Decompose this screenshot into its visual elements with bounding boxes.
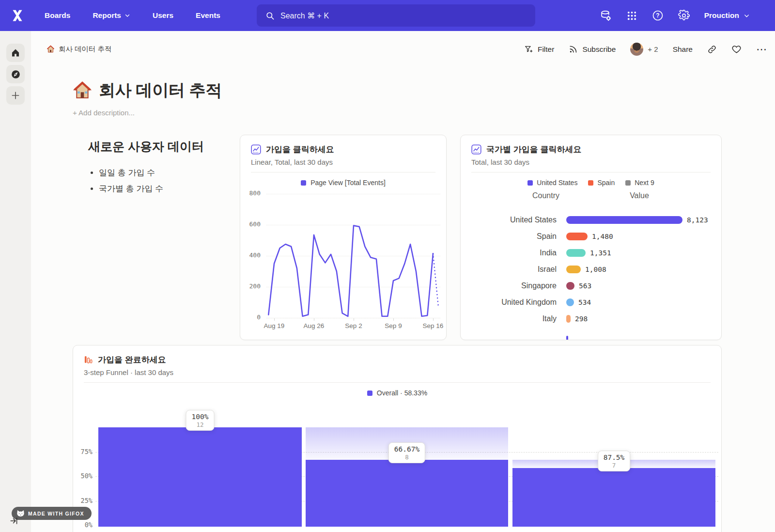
country-label: Israel xyxy=(461,265,557,274)
country-label: Italy xyxy=(461,314,557,323)
funnel-bar[interactable] xyxy=(98,427,302,527)
y-tick-label: 25% xyxy=(73,497,93,504)
search-placeholder: Search ⌘ + K xyxy=(280,11,329,20)
funnel-step-label: 100%12 xyxy=(186,410,215,431)
data-management-icon[interactable] xyxy=(600,10,612,22)
y-tick-label: 0% xyxy=(73,521,93,529)
compass-icon xyxy=(11,69,21,79)
y-tick-label: 50% xyxy=(73,472,93,480)
share-label: Share xyxy=(673,45,693,54)
filter-button[interactable]: Filter xyxy=(524,45,554,54)
country-bar[interactable] xyxy=(566,266,581,273)
screen: Boards Reports Users Events Search ⌘ + K… xyxy=(0,0,775,532)
funnel-bar[interactable] xyxy=(306,460,508,527)
country-value: 1,008 xyxy=(585,266,606,274)
funnel-plot-area: 0%25%50%75%100%1266.67%887.5%7 xyxy=(73,345,721,532)
y-tick-label: 75% xyxy=(73,448,93,455)
mixpanel-logo[interactable] xyxy=(9,7,26,24)
country-bar[interactable] xyxy=(566,315,571,323)
page-title[interactable]: 회사 데이터 추적 xyxy=(99,79,222,102)
plus-icon xyxy=(11,91,20,100)
nav-menu: Boards Reports Users Events xyxy=(45,0,220,31)
discover-button[interactable] xyxy=(6,65,25,83)
settings-gear-icon[interactable] xyxy=(678,10,690,21)
country-label: Singapore xyxy=(461,282,557,290)
table-row[interactable]: United States8,123 xyxy=(461,216,721,224)
country-value: 563 xyxy=(579,282,591,290)
help-icon[interactable]: ? xyxy=(652,10,664,21)
country-value: 8,123 xyxy=(687,216,708,224)
gifox-label: MADE WITH GIFOX xyxy=(28,511,84,516)
country-value: 298 xyxy=(575,315,588,323)
collaborators[interactable]: + 2 xyxy=(630,43,658,56)
country-bar[interactable] xyxy=(566,298,574,306)
list-item: 국가별 총 가입 수 xyxy=(99,183,233,194)
country-value: 1,480 xyxy=(592,233,613,241)
funnel-step-label: 87.5%7 xyxy=(598,451,631,471)
country-bar-card[interactable]: 국가별 가입을 클릭하세요 Total, last 30 days United… xyxy=(460,135,722,340)
nav-right: ? Prouction xyxy=(600,0,750,31)
expand-sidebar-icon[interactable] xyxy=(10,516,18,527)
nav-item-label: Reports xyxy=(93,11,121,20)
country-label: Spain xyxy=(461,232,557,241)
ellipsis-icon: ⋯ xyxy=(756,47,767,52)
breadcrumb[interactable]: 회사 데이터 추적 xyxy=(46,45,112,54)
line-chart-card[interactable]: 가입을 클릭하세요 Linear, Total, last 30 days Pa… xyxy=(240,135,447,340)
page-title-row: 회사 데이터 추적 xyxy=(73,79,222,102)
apps-grid-icon[interactable] xyxy=(626,10,637,21)
house-emoji xyxy=(73,81,92,100)
breadcrumb-title: 회사 데이터 추적 xyxy=(59,45,112,54)
funnel-step-count: 8 xyxy=(394,454,419,461)
funnel-card[interactable]: 가입을 완료하세요 3-step Funnel · last 30 days O… xyxy=(73,345,722,532)
page-toolbar: Filter Subscribe + 2 Share ⋯ xyxy=(524,43,767,56)
share-button[interactable]: Share xyxy=(673,45,693,54)
favorite-button[interactable] xyxy=(731,44,742,54)
create-new-button[interactable] xyxy=(6,86,25,105)
table-row[interactable]: Italy298 xyxy=(461,314,721,323)
subscribe-button[interactable]: Subscribe xyxy=(569,45,616,54)
country-value: 1,351 xyxy=(590,249,611,257)
chevron-down-icon xyxy=(124,13,130,18)
avatar xyxy=(630,43,643,56)
nav-item-reports[interactable]: Reports xyxy=(93,11,130,20)
home-icon xyxy=(11,48,20,58)
country-value: 534 xyxy=(578,298,591,307)
table-row[interactable]: Israel1,008 xyxy=(461,265,721,274)
filter-icon xyxy=(524,45,533,54)
country-bar[interactable] xyxy=(566,282,574,290)
nav-item-events[interactable]: Events xyxy=(196,11,220,20)
table-row[interactable]: Singapore563 xyxy=(461,282,721,290)
nav-item-users[interactable]: Users xyxy=(153,11,173,20)
country-bar[interactable] xyxy=(566,249,586,257)
text-widget[interactable]: 새로운 사용자 데이터 일일 총 가입 수 국가별 총 가입 수 xyxy=(88,139,233,199)
top-nav: Boards Reports Users Events Search ⌘ + K… xyxy=(0,0,775,31)
add-description[interactable]: + Add description... xyxy=(73,109,135,117)
home-button[interactable] xyxy=(6,44,25,62)
project-selector[interactable]: Prouction xyxy=(704,11,750,20)
table-row[interactable]: Spain1,480 xyxy=(461,232,721,241)
clipped-row-bar xyxy=(566,336,568,340)
country-bar[interactable] xyxy=(566,233,588,240)
filter-label: Filter xyxy=(538,45,554,54)
more-options-button[interactable]: ⋯ xyxy=(756,47,767,52)
nav-item-label: Users xyxy=(153,11,173,20)
nav-item-label: Boards xyxy=(45,11,70,20)
gifox-badge[interactable]: MADE WITH GIFOX xyxy=(12,507,92,520)
left-rail xyxy=(0,31,31,532)
funnel-bar[interactable] xyxy=(512,468,715,527)
main-content: 회사 데이터 추적 Filter Subscribe + 2 Share xyxy=(31,31,775,532)
funnel-step-count: 12 xyxy=(192,421,209,428)
table-row[interactable]: United Kingdom534 xyxy=(461,298,721,307)
collaborators-count: + 2 xyxy=(648,45,658,53)
rss-icon xyxy=(569,45,578,54)
heart-icon xyxy=(731,44,742,54)
chevron-down-icon xyxy=(744,13,750,19)
table-row[interactable]: India1,351 xyxy=(461,249,721,257)
search-input[interactable]: Search ⌘ + K xyxy=(257,4,535,27)
country-label: India xyxy=(461,249,557,257)
copy-link-button[interactable] xyxy=(707,45,717,54)
mixpanel-logo-icon xyxy=(11,9,24,22)
svg-text:?: ? xyxy=(656,12,659,19)
country-bar[interactable] xyxy=(566,216,682,224)
nav-item-boards[interactable]: Boards xyxy=(45,11,70,20)
